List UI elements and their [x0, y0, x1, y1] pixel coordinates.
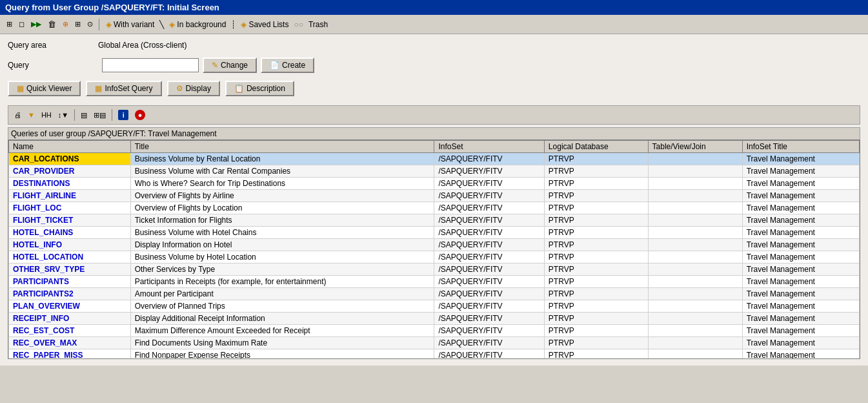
toolbar-btn-add1[interactable]: ⊕ — [60, 18, 71, 30]
section-btn-print[interactable]: 🖨 — [12, 109, 24, 121]
col-title: Title — [130, 141, 434, 153]
section-btn-filter[interactable]: ▼ — [25, 109, 37, 121]
separator-char: ╲ — [159, 20, 164, 29]
in-background-button[interactable]: ◈ In background — [166, 18, 229, 31]
new-icon: ◻ — [19, 20, 25, 28]
toolbar-btn-new[interactable]: ◻ — [16, 18, 27, 30]
cell-title: Ticket Information for Flights — [130, 214, 434, 227]
table-row[interactable]: FLIGHT_AIRLINEOverview of Flights by Air… — [9, 190, 860, 202]
with-variant-button[interactable]: ◈ With variant — [103, 18, 157, 31]
query-area-value: Global Area (Cross-client) — [98, 41, 187, 50]
cell-title: Display Information on Hotel — [130, 239, 434, 251]
cell-logical-db: PTRVP — [544, 227, 648, 239]
display-label: Display — [186, 84, 211, 93]
table-row[interactable]: FLIGHT_TICKETTicket Information for Flig… — [9, 214, 860, 227]
create-button[interactable]: 📄 Create — [261, 57, 314, 73]
table-row[interactable]: PARTICIPANTSParticipants in Receipts (fo… — [9, 276, 860, 288]
table-row[interactable]: HOTEL_INFODisplay Information on Hotel/S… — [9, 239, 860, 251]
cell-name: REC_EST_COST — [9, 325, 131, 337]
print-icon: 🖨 — [14, 111, 21, 119]
section-toolbar: 🖨 ▼ HH ↕▼ ▤ ⊞▤ i ● — [8, 105, 860, 125]
cell-logical-db: PTRVP — [544, 178, 648, 190]
table-row[interactable]: HOTEL_LOCATIONBusiness Volume by Hotel L… — [9, 251, 860, 264]
quick-viewer-label: Quick Viewer — [26, 84, 72, 93]
cell-table-view — [648, 264, 742, 276]
cell-logical-db: PTRVP — [544, 264, 648, 276]
table-row[interactable]: PLAN_OVERVIEWOverview of Planned Trips/S… — [9, 300, 860, 313]
table-row[interactable]: CAR_LOCATIONSBusiness Volume by Rental L… — [9, 153, 860, 165]
section-btn-refresh[interactable]: ● — [132, 108, 148, 122]
col-table-view: Table/View/Join — [648, 141, 742, 153]
table-row[interactable]: RECEIPT_INFODisplay Additional Receipt I… — [9, 313, 860, 325]
cell-name: OTHER_SRV_TYPE — [9, 264, 131, 276]
cell-title: Business Volume with Hotel Chains — [130, 227, 434, 239]
infoset-query-button[interactable]: ▦ InfoSet Query — [86, 81, 161, 96]
table-row[interactable]: DESTINATIONSWho is Where? Search for Tri… — [9, 178, 860, 190]
with-variant-label: With variant — [114, 20, 154, 29]
cell-table-view — [648, 337, 742, 349]
toolbar-btn-delete[interactable]: 🗑 — [45, 17, 59, 31]
cell-title: Display Additional Receipt Information — [130, 313, 434, 325]
cell-infoset-title: Travel Management — [742, 239, 859, 251]
cell-infoset: /SAPQUERY/FITV — [434, 300, 544, 313]
query-input[interactable] — [102, 58, 199, 72]
display-button[interactable]: ⚙ Display — [167, 81, 220, 96]
cell-name: HOTEL_INFO — [9, 239, 131, 251]
cell-name: FLIGHT_AIRLINE — [9, 190, 131, 202]
cell-infoset-title: Travel Management — [742, 288, 859, 300]
filter-icon: ▼ — [28, 111, 35, 119]
variant-icon: ◈ — [106, 20, 112, 29]
query-area-row: Query area Global Area (Cross-client) — [8, 41, 860, 50]
table-row[interactable]: HOTEL_CHAINSBusiness Volume with Hotel C… — [9, 227, 860, 239]
create-icon: 📄 — [270, 61, 279, 70]
trash-button[interactable]: Trash — [305, 18, 331, 31]
cell-table-view — [648, 239, 742, 251]
layout-icon: ▤ — [81, 111, 87, 119]
change-button[interactable]: ✎ Change — [203, 57, 257, 73]
content-area: Query area Global Area (Cross-client) Qu… — [0, 34, 868, 366]
toolbar-btn-settings[interactable]: ⊙ — [85, 18, 96, 30]
table-row[interactable]: REC_OVER_MAXFind Documents Using Maximum… — [9, 337, 860, 349]
table-row[interactable]: OTHER_SRV_TYPEOther Services by Type/SAP… — [9, 264, 860, 276]
cell-title: Participants in Receipts (for example, f… — [130, 276, 434, 288]
toolbar-btn-execute[interactable]: ▶▶ — [28, 18, 44, 30]
section-btn-info[interactable]: i — [116, 108, 131, 122]
cell-table-view — [648, 251, 742, 264]
cell-infoset: /SAPQUERY/FITV — [434, 227, 544, 239]
table-row[interactable]: CAR_PROVIDERBusiness Volume with Car Ren… — [9, 165, 860, 178]
table-row[interactable]: REC_PAPER_MISSFind Nonpaper Expense Rece… — [9, 349, 860, 360]
background-icon: ◈ — [169, 20, 175, 29]
table-row[interactable]: FLIGHT_LOCOverview of Flights by Locatio… — [9, 202, 860, 214]
description-button[interactable]: 📋 Description — [225, 81, 294, 96]
section-sep1 — [74, 109, 75, 121]
change-icon: ✎ — [212, 61, 218, 70]
toolbar-btn-copy[interactable]: ⊞ — [4, 18, 15, 30]
saved-lists-button[interactable]: ◈ Saved Lists — [237, 18, 292, 31]
cols-icon: HH — [41, 111, 52, 119]
cell-infoset-title: Travel Management — [742, 178, 859, 190]
info-icon: i — [118, 110, 128, 120]
cell-infoset: /SAPQUERY/FITV — [434, 337, 544, 349]
cell-title: Overview of Flights by Location — [130, 202, 434, 214]
cell-infoset: /SAPQUERY/FITV — [434, 251, 544, 264]
section-btn-layout[interactable]: ▤ — [78, 109, 90, 121]
cell-logical-db: PTRVP — [544, 214, 648, 227]
cell-logical-db: PTRVP — [544, 276, 648, 288]
cell-table-view — [648, 276, 742, 288]
query-label: Query — [8, 61, 98, 70]
section-btn-cols[interactable]: HH — [39, 109, 54, 121]
toolbar-btn-add2[interactable]: ⊞ — [72, 18, 83, 30]
table-container[interactable]: Name Title InfoSet Logical Database Tabl… — [8, 140, 860, 359]
saved-lists-icon: ◈ — [241, 20, 247, 29]
col-infoset-title: InfoSet Title — [742, 141, 859, 153]
cell-infoset: /SAPQUERY/FITV — [434, 325, 544, 337]
quick-viewer-button[interactable]: ▦ Quick Viewer — [8, 81, 81, 96]
cell-infoset-title: Travel Management — [742, 276, 859, 288]
section-btn-sort[interactable]: ↕▼ — [56, 109, 71, 121]
cell-infoset-title: Travel Management — [742, 349, 859, 360]
cell-infoset: /SAPQUERY/FITV — [434, 214, 544, 227]
section-btn-export[interactable]: ⊞▤ — [91, 109, 108, 121]
table-row[interactable]: PARTICIPANTS2Amount per Participant/SAPQ… — [9, 288, 860, 300]
display-icon: ⚙ — [176, 84, 183, 93]
table-row[interactable]: REC_EST_COSTMaximum Difference Amount Ex… — [9, 325, 860, 337]
